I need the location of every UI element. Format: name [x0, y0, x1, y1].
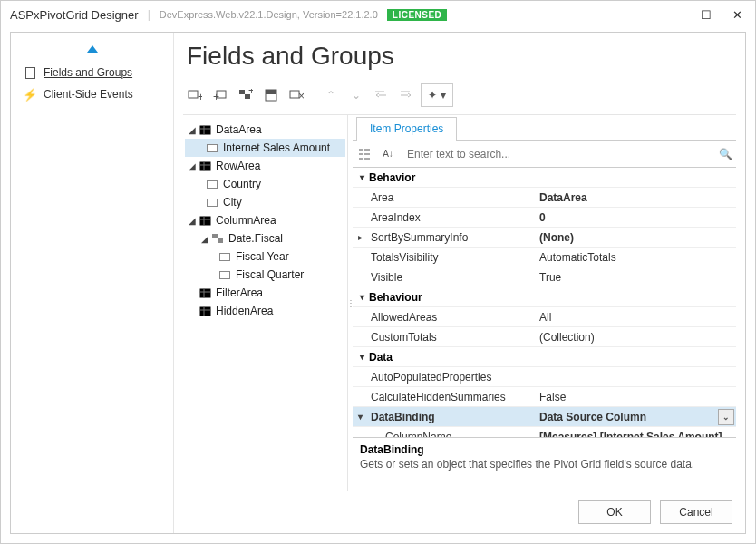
svg-text:+: +	[198, 91, 202, 102]
prop-databinding[interactable]: ▾DataBindingData Source Column⌄	[353, 407, 736, 427]
ok-button[interactable]: OK	[578, 500, 651, 524]
category-behavior[interactable]: ▾Behavior	[353, 168, 736, 188]
sidebar-item-fields-and-groups[interactable]: Fields and Groups	[11, 62, 173, 83]
svg-rect-8	[266, 90, 276, 94]
maximize-button[interactable]: ☐	[697, 8, 715, 22]
svg-rect-4	[239, 90, 245, 94]
dropdown-icon[interactable]: ⌄	[718, 409, 734, 425]
inner-frame: Main Fields and Groups ⚡ Client-Side Eve…	[10, 32, 746, 534]
prop-area[interactable]: AreaDataArea	[353, 188, 736, 208]
property-panel: Item Properties A↓ 🔍 ▾Behavior AreaDataA…	[353, 115, 736, 491]
content-split: ◢DataArea Internet Sales Amount ◢RowArea…	[183, 114, 736, 491]
tree-node-hiddenarea[interactable]: HiddenArea	[185, 302, 345, 320]
dialog-footer: OK Cancel	[174, 491, 745, 533]
tree-node-internet-sales-amount[interactable]: Internet Sales Amount	[185, 139, 345, 157]
page-title: Fields and Groups	[174, 33, 745, 83]
svg-text:×: ×	[298, 90, 304, 102]
tree-node-city[interactable]: City	[185, 193, 345, 211]
insert-field-button[interactable]: +	[208, 83, 232, 107]
svg-rect-0	[189, 91, 198, 98]
wizard-button[interactable]: ✦ ▾	[421, 83, 453, 107]
add-group-button[interactable]: +	[234, 83, 257, 107]
svg-rect-24	[200, 288, 211, 297]
license-badge: LICENSED	[387, 9, 448, 21]
tree-node-dataarea[interactable]: ◢DataArea	[185, 121, 345, 139]
prop-calculatehiddensummaries[interactable]: CalculateHiddenSummariesFalse	[353, 387, 736, 407]
cancel-button[interactable]: Cancel	[660, 500, 732, 524]
categorized-button[interactable]	[353, 142, 376, 166]
property-description: DataBinding Gets or sets an object that …	[353, 437, 736, 491]
alphabetical-button[interactable]: A↓	[376, 142, 400, 166]
prop-sortbysummaryinfo[interactable]: ▸SortBySummaryInfo(None)	[353, 228, 736, 248]
designer-window: ASPxPivotGrid Designer | DevExpress.Web.…	[0, 0, 756, 544]
svg-text:+: +	[248, 89, 253, 97]
add-field-button[interactable]: +	[183, 83, 207, 107]
svg-rect-15	[200, 125, 211, 134]
outdent-button[interactable]	[370, 83, 393, 107]
tree-node-date-fiscal[interactable]: ◢Date.Fiscal	[185, 229, 345, 248]
tree-node-country[interactable]: Country	[185, 175, 345, 193]
indent-button[interactable]	[395, 83, 419, 107]
prop-visible[interactable]: VisibleTrue	[353, 267, 736, 287]
svg-rect-21	[200, 216, 211, 225]
prop-autopopulatedproperties[interactable]: AutoPopulatedProperties	[353, 367, 736, 387]
main-panel: Fields and Groups + + + × ⌃ ⌄ ✦ ▾ ◢DataA…	[174, 33, 745, 533]
document-icon	[24, 66, 36, 79]
prop-allowedareas[interactable]: AllowedAreasAll	[353, 307, 736, 327]
tree-node-rowarea[interactable]: ◢RowArea	[185, 157, 345, 175]
close-button[interactable]: ✕	[728, 8, 746, 22]
search-icon: 🔍	[714, 148, 736, 160]
window-title: ASPxPivotGrid Designer	[10, 8, 139, 22]
tab-item-properties[interactable]: Item Properties	[356, 117, 457, 141]
category-behaviour[interactable]: ▾Behaviour	[353, 287, 736, 307]
titlebar: ASPxPivotGrid Designer | DevExpress.Web.…	[1, 1, 755, 28]
tree-node-filterarea[interactable]: FilterArea	[185, 284, 345, 302]
prop-areaindex[interactable]: AreaIndex0	[353, 208, 736, 228]
move-down-button[interactable]: ⌄	[344, 83, 368, 107]
home-icon	[86, 40, 99, 53]
sidebar-main[interactable]: Main	[11, 40, 173, 62]
toolbar: + + + × ⌃ ⌄ ✦ ▾	[174, 83, 745, 114]
svg-rect-27	[200, 306, 211, 316]
fields-tree: ◢DataArea Internet Sales Amount ◢RowArea…	[183, 115, 348, 491]
category-data[interactable]: ▾Data	[353, 347, 736, 367]
prop-customtotals[interactable]: CustomTotals(Collection)	[353, 327, 736, 347]
tree-node-fiscal-quarter[interactable]: Fiscal Quarter	[185, 266, 345, 284]
prop-totalsvisibility[interactable]: TotalsVisibilityAutomaticTotals	[353, 248, 736, 267]
tree-node-columnarea[interactable]: ◢ColumnArea	[185, 211, 345, 229]
property-toolbar: A↓ 🔍	[353, 141, 736, 168]
property-grid[interactable]: ▾Behavior AreaDataArea AreaIndex0 ▸SortB…	[353, 168, 736, 437]
prop-columnname[interactable]: ColumnName[Measures].[Internet Sales Amo…	[353, 427, 736, 437]
assembly-version: DevExpress.Web.v22.1.Design, Version=22.…	[160, 9, 378, 20]
retrieve-button[interactable]	[259, 83, 283, 107]
svg-rect-18	[200, 161, 211, 170]
remove-button[interactable]: ×	[285, 83, 308, 107]
move-up-button[interactable]: ⌃	[319, 83, 343, 107]
sidebar: Main Fields and Groups ⚡ Client-Side Eve…	[11, 33, 174, 533]
bolt-icon: ⚡	[24, 88, 36, 101]
property-search-input[interactable]	[400, 143, 714, 165]
window-controls: ☐ ✕	[697, 8, 746, 22]
svg-text:+: +	[213, 91, 219, 102]
tree-node-fiscal-year[interactable]: Fiscal Year	[185, 248, 345, 266]
tabs: Item Properties	[353, 115, 736, 141]
sidebar-item-client-side-events[interactable]: ⚡ Client-Side Events	[11, 83, 173, 105]
